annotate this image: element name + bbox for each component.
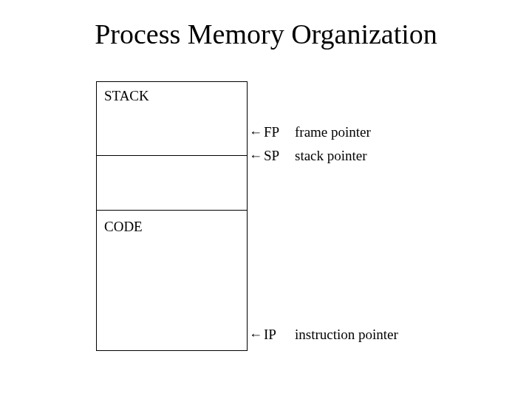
left-arrow-icon: ← (249, 328, 262, 341)
fp-desc: frame pointer (295, 124, 371, 140)
left-arrow-icon: ← (249, 126, 262, 139)
sp-pointer: ← SP stack pointer (249, 148, 367, 164)
ip-pointer: ← IP instruction pointer (249, 327, 398, 343)
slide-title: Process Memory Organization (0, 18, 532, 50)
fp-pointer: ← FP frame pointer (249, 124, 371, 140)
divider-stack-bottom (96, 155, 248, 156)
fp-abbr: FP (264, 124, 282, 140)
stack-region-label: STACK (104, 88, 149, 104)
code-region-label: CODE (104, 219, 143, 235)
memory-container: STACK CODE (96, 81, 248, 351)
ip-desc: instruction pointer (295, 327, 398, 343)
sp-desc: stack pointer (295, 148, 367, 164)
ip-abbr: IP (264, 327, 282, 343)
memory-diagram: STACK CODE ← FP frame pointer ← SP stack… (96, 81, 429, 377)
sp-abbr: SP (264, 148, 282, 164)
divider-code-top (96, 210, 248, 211)
left-arrow-icon: ← (249, 149, 262, 163)
